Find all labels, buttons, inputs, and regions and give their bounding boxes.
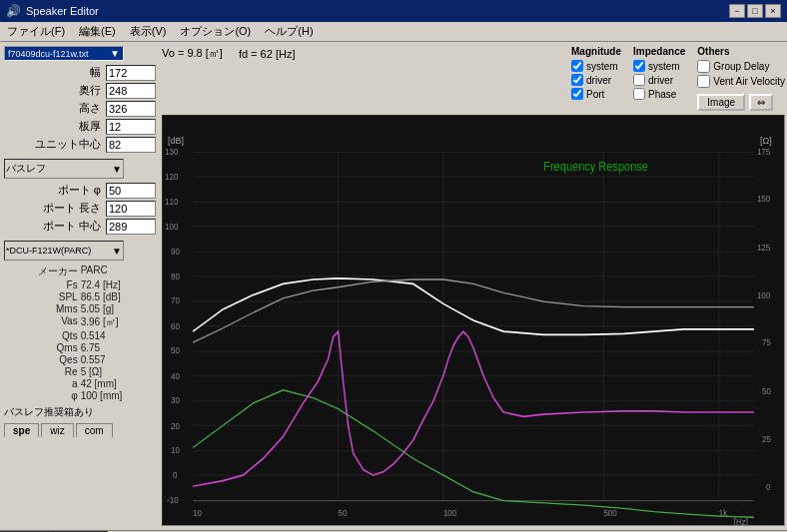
svg-text:10: 10 — [171, 445, 180, 455]
file-dropdown-value: f70409dcu-f121w.txt — [8, 49, 89, 59]
menu-view[interactable]: 表示(V) — [127, 23, 170, 40]
port-params: ポート φ ポート 長さ ポート 中心 — [4, 183, 156, 235]
port-input-0[interactable] — [106, 183, 156, 199]
port-input-2[interactable] — [106, 219, 156, 235]
tab-com[interactable]: com — [76, 423, 113, 437]
param-input-4[interactable] — [106, 137, 156, 153]
close-button[interactable]: × — [765, 4, 781, 18]
svg-text:110: 110 — [165, 196, 179, 206]
fd-value: fd = 62 [Hz] — [239, 48, 296, 60]
spec-label-8: Re — [4, 366, 80, 377]
spec-label-1: Fs — [4, 279, 80, 290]
magnitude-port-checkbox[interactable] — [571, 88, 583, 100]
impedance-driver-checkbox[interactable] — [633, 74, 645, 86]
spec-value-6: 6.75 — [81, 342, 156, 353]
velocity-label: Vent Air Velocity — [713, 76, 785, 87]
tab-spe[interactable]: spe — [4, 423, 39, 437]
magnitude-driver-checkbox[interactable] — [571, 74, 583, 86]
svg-text:40: 40 — [171, 370, 180, 380]
spec-label-6: Qms — [4, 342, 80, 353]
spec-value-7: 0.557 — [81, 354, 156, 365]
impedance-phase-checkbox[interactable] — [633, 88, 645, 100]
param-label-3: 板厚 — [4, 119, 104, 135]
impedance-system-checkbox[interactable] — [633, 60, 645, 72]
tab-wiz[interactable]: wiz — [41, 423, 73, 437]
magnitude-port-row: Port — [571, 88, 621, 100]
magnitude-system-checkbox[interactable] — [571, 60, 583, 72]
param-label-1: 奥行 — [4, 83, 104, 99]
magnitude-port-label: Port — [586, 89, 604, 100]
velocity-row: Vent Air Velocity — [697, 75, 785, 88]
enclosure-dropdown[interactable]: バスレフ ▼ — [4, 159, 124, 179]
group-delay-checkbox[interactable] — [697, 60, 710, 73]
port-input-1[interactable] — [106, 201, 156, 217]
svg-text:[Hz]: [Hz] — [734, 517, 748, 525]
group-delay-label: Group Delay — [713, 61, 769, 72]
impedance-title: Impedance — [633, 46, 685, 57]
svg-text:120: 120 — [165, 172, 179, 182]
group-delay-row: Group Delay — [697, 60, 785, 73]
spec-value-9: 42 [mm] — [81, 378, 156, 389]
svg-text:0: 0 — [766, 481, 771, 491]
port-label-0: ポート φ — [4, 183, 104, 199]
param-input-2[interactable] — [106, 101, 156, 117]
tabs: spe wiz com — [4, 423, 156, 437]
menu-file[interactable]: ファイル(F) — [4, 23, 68, 40]
menu-edit[interactable]: 編集(E) — [76, 23, 119, 40]
top-controls: Vo = 9.8 [㎥] fd = 62 [Hz] Magnitude syst… — [162, 46, 785, 111]
impedance-group: Impedance system driver Phase — [633, 46, 685, 111]
file-row: f70409dcu-f121w.txt ▼ — [4, 46, 156, 61]
enclosure-row: バスレフ ▼ — [4, 159, 156, 179]
center-panel: Vo = 9.8 [㎥] fd = 62 [Hz] Magnitude syst… — [160, 42, 787, 530]
impedance-system-row: system — [633, 60, 685, 72]
vo-info: Vo = 9.8 [㎥] fd = 62 [Hz] — [162, 46, 561, 61]
checkboxes-area: Magnitude system driver Port I — [571, 46, 785, 111]
image-button[interactable]: Image — [697, 94, 745, 111]
svg-text:130: 130 — [165, 146, 179, 156]
spec-value-8: 5 [Ω] — [81, 366, 156, 377]
speaker-specs: メーカー PARC Fs 72.4 [Hz] SPL 86.5 [dB] Mms… — [4, 265, 156, 401]
minimize-button[interactable]: − — [729, 4, 745, 18]
speaker-dropdown[interactable]: *DCU-F121W(PARC) ▼ — [4, 241, 124, 261]
spec-label-5: Qts — [4, 330, 80, 341]
image-row: Image ⇔ — [697, 94, 785, 111]
magnitude-driver-row: driver — [571, 74, 621, 86]
svg-text:50: 50 — [171, 345, 180, 355]
recommend-text: バスレフ推奨箱あり — [4, 405, 156, 419]
param-label-4: ユニット中心 — [4, 137, 104, 153]
svg-text:30: 30 — [171, 395, 180, 405]
svg-text:25: 25 — [762, 434, 771, 444]
svg-text:-10: -10 — [167, 494, 179, 504]
spec-label-4: Vas — [4, 315, 80, 329]
others-group: Others Group Delay Vent Air Velocity Ima… — [697, 46, 785, 111]
maximize-button[interactable]: □ — [747, 4, 763, 18]
arrow-button[interactable]: ⇔ — [749, 94, 773, 111]
svg-text:80: 80 — [171, 271, 180, 281]
menu-options[interactable]: オプション(O) — [177, 23, 254, 40]
velocity-checkbox[interactable] — [697, 75, 710, 88]
window-controls: − □ × — [729, 4, 781, 18]
param-input-3[interactable] — [106, 119, 156, 135]
spec-label-3: Mms — [4, 303, 80, 314]
impedance-driver-row: driver — [633, 74, 685, 86]
spec-value-5: 0.514 — [81, 330, 156, 341]
param-input-0[interactable] — [106, 65, 156, 81]
svg-text:100: 100 — [757, 289, 771, 299]
magnitude-system-row: system — [571, 60, 621, 72]
menu-help[interactable]: ヘルプ(H) — [262, 23, 316, 40]
spec-value-10: 100 [mm] — [81, 390, 156, 401]
port-label-1: ポート 長さ — [4, 201, 104, 217]
left-panel: f70409dcu-f121w.txt ▼ 幅 奥行 高さ 板厚 ユニット中心 … — [0, 42, 160, 530]
svg-text:0: 0 — [173, 470, 178, 480]
others-title: Others — [697, 46, 785, 57]
svg-text:100: 100 — [165, 222, 179, 232]
y-label-db: [dB] — [168, 134, 184, 146]
title-bar: 🔊 Speaker Editor − □ × — [0, 0, 787, 22]
speaker-arrow: ▼ — [112, 246, 122, 257]
enclosure-label: バスレフ — [6, 162, 46, 176]
spec-label-10: φ — [4, 390, 80, 401]
svg-text:20: 20 — [171, 420, 180, 430]
svg-text:90: 90 — [171, 246, 180, 256]
param-input-1[interactable] — [106, 83, 156, 99]
file-dropdown[interactable]: f70409dcu-f121w.txt ▼ — [4, 46, 124, 61]
